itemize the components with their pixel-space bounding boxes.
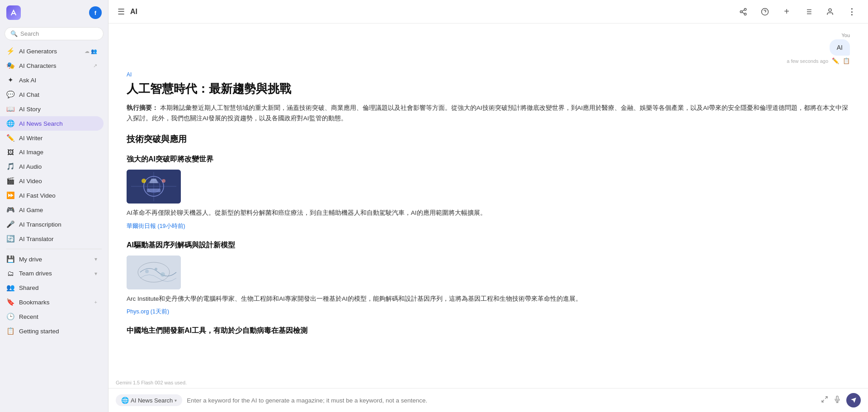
sidebar-item-ai-audio[interactable]: 🎵 AI Audio — [0, 159, 104, 174]
sidebar-item-bookmarks[interactable]: 🔖 Bookmarks + — [0, 295, 104, 309]
news-image-1 — [127, 170, 181, 204]
add-bookmark-icon[interactable]: + — [94, 299, 97, 305]
sidebar-item-ai-generators[interactable]: ⚡ AI Generators ☁ 👥 — [0, 44, 104, 58]
news-image-2 — [127, 256, 181, 289]
characters-icon: 🎭 — [6, 62, 14, 70]
video-icon: 🎬 — [6, 177, 14, 185]
sidebar-label: AI Translator — [19, 236, 97, 242]
search-label: Search — [20, 30, 39, 37]
svg-point-2 — [744, 13, 746, 15]
sidebar-item-shared[interactable]: 👥 Shared — [0, 280, 104, 295]
sidebar-item-recent[interactable]: 🕒 Recent — [0, 309, 104, 324]
chat-input[interactable] — [187, 395, 816, 406]
executive-summary: 執行摘要： 本期雜誌彙整近期人工智慧領域的重大新聞，涵蓋技術突破、商業應用、倫理… — [127, 103, 850, 124]
section2-source1[interactable]: Phys.org (1天前) — [127, 308, 169, 315]
sidebar-item-ai-fast-video[interactable]: ⏩ AI Fast Video — [0, 188, 104, 203]
search-icon: 🔍 — [10, 30, 18, 37]
sidebar-bottom-nav: 💾 My drive ▾ 🗂 Team drives ▾ 👥 Shared 🔖 … — [0, 252, 108, 338]
message-sender: You — [841, 33, 850, 38]
send-button[interactable] — [846, 393, 861, 407]
help-icon[interactable] — [758, 5, 772, 19]
sidebar-label: AI Story — [19, 106, 97, 113]
section3-sub1: 中國地主們開發新AI工具，有助於少自動病毒在基因檢測 — [127, 324, 850, 336]
more-options-icon[interactable]: ⋮ — [844, 5, 859, 19]
message-wrapper: You AI a few seconds ago ✏️ 📋 — [787, 33, 850, 64]
exec-summary-label: 執行摘要： — [127, 104, 158, 111]
ai-response-label: AI — [127, 71, 850, 78]
svg-line-4 — [742, 9, 744, 11]
svg-point-25 — [145, 270, 149, 273]
sidebar-item-ai-video[interactable]: 🎬 AI Video — [0, 174, 104, 188]
sidebar-label: Shared — [19, 284, 97, 291]
sidebar-item-team-drives[interactable]: 🗂 Team drives ▾ — [0, 266, 104, 280]
topbar-actions: + ⋮ — [736, 5, 859, 19]
sidebar-label: AI Fast Video — [19, 192, 97, 199]
sidebar-item-ai-game[interactable]: 🎮 AI Game — [0, 203, 104, 217]
svg-point-26 — [155, 268, 157, 270]
bottom-bar: 🌐 AI News Search ▾ — [108, 388, 868, 412]
chat-area: You AI a few seconds ago ✏️ 📋 AI 人工智慧時代：… — [108, 24, 868, 379]
svg-point-22 — [162, 179, 165, 183]
generators-icon: ⚡ — [6, 47, 14, 55]
copy-icon[interactable]: 📋 — [843, 57, 850, 64]
game-icon: 🎮 — [6, 206, 14, 214]
user-message-row: You AI a few seconds ago ✏️ 📋 — [127, 33, 850, 64]
section2-body1: Arc Institute和史丹佛大學的電腦科學家、生物工程師和AI專家開發出一… — [127, 294, 850, 304]
mode-selector[interactable]: 🌐 AI News Search ▾ — [116, 394, 182, 406]
drive-icon: 💾 — [6, 255, 14, 263]
main-content: ☰ AI + — [108, 0, 868, 412]
ai-response-area: AI 人工智慧時代：最新趨勢與挑戰 執行摘要： 本期雜誌彙整近期人工智慧領域的重… — [127, 71, 850, 370]
section2-sub1: AI驅動基因序列解碼與設計新模型 — [127, 239, 850, 251]
magazine-title: 人工智慧時代：最新趨勢與挑戰 — [127, 81, 850, 97]
sidebar-item-ai-characters[interactable]: 🎭 AI Characters ↗ — [0, 58, 104, 73]
search-bar[interactable]: 🔍 Search — [5, 27, 104, 40]
sidebar-label: AI Image — [19, 149, 97, 156]
svg-point-0 — [744, 8, 746, 10]
sidebar-item-ai-transcription[interactable]: 🎤 AI Transcription — [0, 217, 104, 232]
sidebar-label: AI Game — [19, 207, 97, 213]
sidebar-item-ai-chat[interactable]: 💬 AI Chat — [0, 87, 104, 102]
message-timestamp: a few seconds ago — [787, 58, 828, 64]
recent-icon: 🕒 — [6, 313, 14, 321]
sidebar-item-ai-image[interactable]: 🖼 AI Image — [0, 145, 104, 159]
users-icon[interactable] — [823, 5, 837, 19]
bottom-actions — [821, 393, 861, 407]
sidebar-item-getting-started[interactable]: 📋 Getting started — [0, 324, 104, 338]
share-icon[interactable] — [736, 5, 750, 19]
getting-started-icon: 📋 — [6, 327, 14, 335]
image-icon: 🖼 — [6, 148, 14, 156]
sidebar-item-ask-ai[interactable]: ✦ Ask AI — [0, 73, 104, 87]
mic-icon[interactable] — [834, 396, 841, 405]
sidebar-item-ai-writer[interactable]: ✏️ AI Writer — [0, 131, 104, 145]
globe-icon: 🌐 — [121, 397, 129, 404]
sidebar-header: f — [0, 0, 108, 25]
sidebar-item-ai-story[interactable]: 📖 AI Story — [0, 102, 104, 116]
sidebar-label: Getting started — [19, 328, 97, 335]
message-text: AI — [837, 44, 843, 51]
fast-video-icon: ⏩ — [6, 191, 14, 199]
sidebar-item-ai-news-search[interactable]: 🌐 AI News Search — [0, 116, 104, 131]
add-icon[interactable]: + — [779, 5, 794, 19]
svg-rect-23 — [127, 256, 181, 289]
sidebar-badge: ↗ — [93, 63, 97, 69]
svg-line-3 — [742, 12, 744, 14]
section1-sub1: 強大的AI突破即將改變世界 — [127, 153, 850, 165]
ask-ai-icon: ✦ — [6, 76, 14, 84]
expand-icon[interactable] — [821, 396, 828, 405]
sidebar-label: Team drives — [19, 270, 90, 277]
svg-line-28 — [825, 397, 827, 399]
sidebar-label: AI Characters — [19, 62, 89, 69]
section1-source1[interactable]: 華爾街日報 (19小時前) — [127, 223, 185, 229]
sidebar-item-ai-translator[interactable]: 🔄 AI Translator — [0, 232, 104, 246]
menu-icon[interactable]: ☰ — [118, 7, 125, 17]
sidebar-item-my-drive[interactable]: 💾 My drive ▾ — [0, 252, 104, 266]
edit-icon[interactable]: ✏️ — [832, 57, 839, 64]
list-view-icon[interactable] — [801, 5, 816, 19]
message-meta: a few seconds ago ✏️ 📋 — [787, 57, 850, 64]
svg-point-27 — [160, 272, 165, 277]
sidebar-label: AI Writer — [19, 135, 97, 142]
user-avatar[interactable]: f — [89, 6, 102, 19]
status-bar: Gemini 1.5 Flash 002 was used. — [108, 379, 868, 388]
shared-icon: 👥 — [6, 284, 14, 292]
sidebar-label: AI Video — [19, 178, 97, 185]
